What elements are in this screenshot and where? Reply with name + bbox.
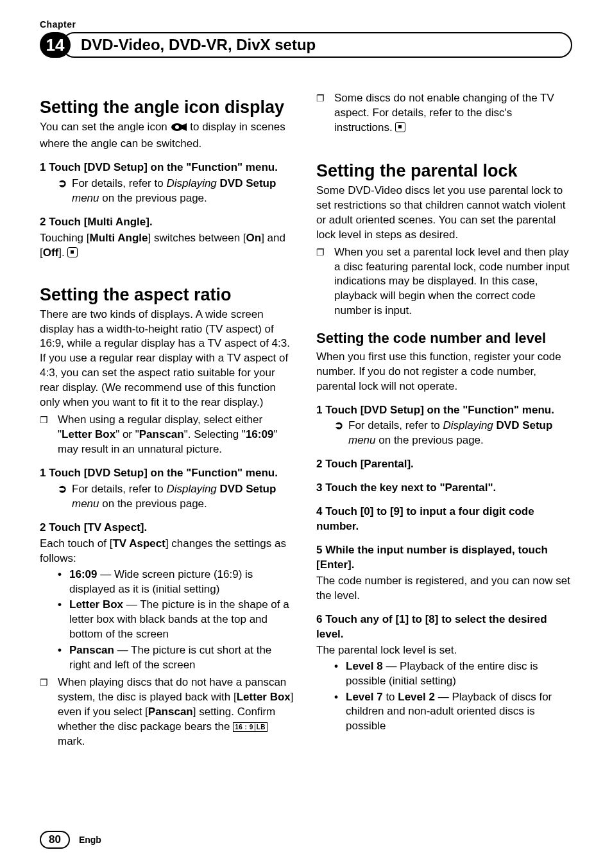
parental-note1-text: When you set a parental lock level and t… (334, 245, 572, 319)
t: Displaying (166, 177, 219, 189)
t: on the previous page. (99, 498, 207, 510)
aspect-step1-sub: ➲ For details, refer to Displaying DVD S… (58, 482, 296, 512)
t: Panscan (148, 706, 193, 718)
right-column: ❐ Some discs do not enable changing of t… (316, 89, 572, 749)
footer: 80 Engb (40, 831, 101, 849)
t: DVD Setup (497, 419, 553, 431)
t: Displaying (166, 483, 219, 495)
t: Letter Box (62, 428, 115, 440)
angle-step2: 2 Touch [Multi Angle]. (40, 215, 296, 230)
chapter-title: DVD-Video, DVD-VR, DivX setup (81, 36, 316, 54)
aspect-intro: There are two kinds of displays. A wide … (40, 308, 296, 411)
left-column: Setting the angle icon display You can s… (40, 89, 296, 749)
arrow-icon: ➲ (58, 482, 72, 512)
angle-step2-text: Touching [Multi Angle] switches between … (40, 231, 296, 261)
parental-opt-level7-2: • Level 7 to Level 2 — Playback of discs… (334, 690, 572, 734)
section-angle-title: Setting the angle icon display (40, 98, 296, 117)
chapter-title-container: DVD-Video, DVD-VR, DivX setup (62, 32, 572, 58)
t: menu (72, 192, 99, 204)
t: Panscan (139, 428, 184, 440)
angle-step1-sub-text: For details, refer to Displaying DVD Set… (72, 177, 296, 206)
section-aspect-title: Setting the aspect ratio (40, 285, 296, 305)
t: Touching [ (40, 232, 90, 244)
bullet-icon: • (58, 643, 69, 673)
svg-point-1 (175, 125, 179, 129)
t: Level 2 (398, 691, 435, 703)
t: Each touch of [ (40, 537, 112, 550)
aspect-opt-1609: • 16:09 — Wide screen picture (16:9) is … (58, 568, 296, 597)
chapter-number-badge: 14 (40, 32, 71, 58)
chapter-label: Chapter (40, 19, 572, 30)
t: For details, refer to (72, 483, 166, 495)
aspect-step1-sub-text: For details, refer to Displaying DVD Set… (72, 482, 296, 512)
aspect-mark-icon: 16 : 9LB (233, 722, 268, 733)
note-icon: ❐ (316, 91, 334, 135)
t: Letter Box — The picture is in the shape… (69, 598, 296, 642)
code-step1-sub: ➲ For details, refer to Displaying DVD S… (334, 419, 572, 448)
t: menu (348, 434, 376, 446)
code-step1: 1 Touch [DVD Setup] on the "Function" me… (316, 403, 572, 418)
footer-language: Engb (79, 835, 101, 845)
t: " or " (115, 428, 139, 440)
angle-intro-a: You can set the angle icon (40, 121, 171, 133)
note-icon: ❐ (40, 675, 58, 749)
t: to (383, 691, 398, 703)
code-step1-sub-text: For details, refer to Displaying DVD Set… (348, 419, 572, 448)
t: mark. (58, 735, 85, 747)
t: ]. (58, 247, 67, 259)
parental-opt-level8: • Level 8 — Playback of the entire disc … (334, 659, 572, 689)
right-note1-text: Some discs do not enable changing of the… (334, 91, 572, 135)
t: Multi Angle (90, 232, 148, 244)
t: ". Selecting " (184, 428, 246, 440)
t: 16:09 (246, 428, 273, 440)
angle-step1-sub: ➲ For details, refer to Displaying DVD S… (58, 177, 296, 206)
t: Letter Box (69, 598, 123, 611)
code-step6-text: The parental lock level is set. (316, 643, 572, 658)
note-icon: ❐ (316, 245, 334, 319)
parental-note1: ❐ When you set a parental lock level and… (316, 245, 572, 319)
t: DVD Setup (220, 483, 276, 495)
t: Off (43, 247, 59, 259)
t: on the previous page. (376, 434, 484, 446)
aspect-note2: ❐ When playing discs that do not have a … (40, 675, 296, 749)
code-step5-text: The code number is registered, and you c… (316, 574, 572, 603)
t: Level 7 (346, 691, 383, 703)
t: TV Aspect (112, 537, 166, 550)
code-step4: 4 Touch [0] to [9] to input a four digit… (316, 505, 572, 534)
arrow-icon: ➲ (334, 419, 348, 448)
t: Letter Box (237, 691, 291, 703)
t: 16:09 — Wide screen picture (16:9) is di… (69, 568, 296, 597)
chapter-header: 14 DVD-Video, DVD-VR, DivX setup (40, 32, 572, 58)
bullet-icon: • (58, 568, 69, 597)
code-step2: 2 Touch [Parental]. (316, 457, 572, 472)
aspect-step2-text: Each touch of [TV Aspect] changes the se… (40, 537, 296, 566)
t: ] switches between [ (148, 232, 246, 244)
bullet-icon: • (334, 690, 346, 734)
end-mark-icon (395, 122, 405, 132)
bullet-icon: • (58, 598, 69, 642)
section-parental-title: Setting the parental lock (316, 161, 572, 181)
t: Level 7 to Level 2 — Playback of discs f… (346, 690, 572, 734)
aspect-note1-text: When using a regular display, select eit… (58, 413, 296, 457)
aspect-step1: 1 Touch [DVD Setup] on the "Function" me… (40, 466, 296, 481)
end-mark-icon (67, 247, 78, 257)
code-step3: 3 Touch the key next to "Parental". (316, 481, 572, 496)
code-step5: 5 While the input number is displayed, t… (316, 543, 572, 573)
t: menu (72, 498, 99, 510)
t: On (246, 232, 262, 244)
page-number: 80 (40, 831, 70, 849)
t: Some discs do not enable changing of the… (334, 92, 554, 134)
t: Level 8 — Playback of the entire disc is… (346, 659, 572, 689)
aspect-opt-panscan: • Panscan — The picture is cut short at … (58, 643, 296, 673)
angle-step1: 1 Touch [DVD Setup] on the "Function" me… (40, 161, 296, 175)
subsection-code-title: Setting the code number and level (316, 330, 572, 347)
t: Level 8 (346, 660, 383, 672)
aspect-step2: 2 Touch [TV Aspect]. (40, 521, 296, 535)
aspect-note1: ❐ When using a regular display, select e… (40, 413, 296, 457)
t: For details, refer to (348, 419, 443, 431)
angle-intro: You can set the angle icon to display in… (40, 120, 296, 152)
code-intro: When you first use this function, regist… (316, 350, 572, 394)
t: on the previous page. (99, 192, 207, 204)
arrow-icon: ➲ (58, 177, 72, 206)
bullet-icon: • (334, 659, 346, 689)
